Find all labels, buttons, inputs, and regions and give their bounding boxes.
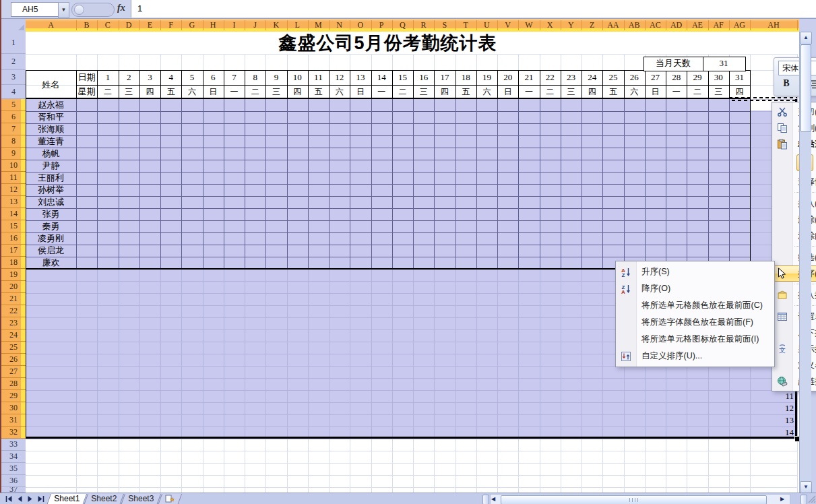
column-header-I[interactable]: I xyxy=(224,19,245,31)
window-resize-grip[interactable] xyxy=(807,495,816,504)
cell-AH30[interactable]: 12 xyxy=(750,402,794,414)
row-header-11[interactable]: 11 xyxy=(1,172,26,184)
scroll-left-button[interactable]: ◀ xyxy=(491,495,499,503)
day-header-2[interactable]: 2 xyxy=(119,70,139,85)
row-header-22[interactable]: 22 xyxy=(1,305,26,317)
column-header-AB[interactable]: AB xyxy=(624,19,645,31)
tab-scroll-next-button[interactable] xyxy=(26,495,36,503)
insert-worksheet-tab[interactable] xyxy=(158,494,182,504)
column-header-G[interactable]: G xyxy=(181,19,202,31)
row-header-24[interactable]: 24 xyxy=(1,329,26,342)
row-header-12[interactable]: 12 xyxy=(1,184,26,196)
day-header-29[interactable]: 29 xyxy=(687,70,708,85)
row-header-13[interactable]: 13 xyxy=(1,196,26,208)
column-header-W[interactable]: W xyxy=(518,19,539,31)
name-cell-7[interactable]: 张海顺 xyxy=(26,123,76,135)
row-header-31[interactable]: 31 xyxy=(1,414,26,427)
column-header-AA[interactable]: AA xyxy=(602,19,623,31)
tab-scroll-prev-button[interactable] xyxy=(15,495,25,503)
formula-input[interactable]: 1 xyxy=(131,0,816,18)
cell-AH29[interactable]: 11 xyxy=(750,390,794,402)
row-header-10[interactable]: 10 xyxy=(1,160,26,172)
row-header-15[interactable]: 15 xyxy=(1,220,26,232)
column-header-AE[interactable]: AE xyxy=(687,19,708,31)
day-header-8[interactable]: 8 xyxy=(245,70,265,85)
row-header-28[interactable]: 28 xyxy=(1,378,26,390)
name-cell-8[interactable]: 董连青 xyxy=(26,135,76,148)
row-header-17[interactable]: 17 xyxy=(1,245,26,257)
sheet-tab-Sheet3[interactable]: Sheet3 xyxy=(121,494,161,504)
name-cell-16[interactable]: 凌勇刚 xyxy=(26,232,76,245)
column-header-N[interactable]: N xyxy=(329,19,350,31)
day-header-14[interactable]: 14 xyxy=(371,70,392,85)
row-header-4[interactable]: 4 xyxy=(1,85,26,99)
column-header-U[interactable]: U xyxy=(476,19,497,31)
column-header-F[interactable]: F xyxy=(160,19,181,31)
day-header-28[interactable]: 28 xyxy=(666,70,687,85)
day-header-25[interactable]: 25 xyxy=(602,70,623,85)
sort-submenu-item[interactable]: 将所选单元格颜色放在最前面(C) xyxy=(616,297,774,314)
row-header-35[interactable]: 35 xyxy=(1,463,26,475)
row-header-37[interactable]: 37 xyxy=(1,487,26,493)
column-header-P[interactable]: P xyxy=(371,19,392,31)
row-header-30[interactable]: 30 xyxy=(1,402,26,414)
bold-button[interactable]: B xyxy=(780,78,792,89)
sort-submenu-item[interactable]: AZ升序(S) xyxy=(616,263,774,280)
name-box-dropdown-icon[interactable]: ▼ xyxy=(58,2,69,18)
column-header-D[interactable]: D xyxy=(119,19,139,31)
row-header-9[interactable]: 9 xyxy=(1,148,26,160)
row-header-18[interactable]: 18 xyxy=(1,257,26,269)
day-header-21[interactable]: 21 xyxy=(518,70,539,85)
row-header-26[interactable]: 26 xyxy=(1,354,26,366)
day-header-6[interactable]: 6 xyxy=(203,70,224,85)
name-cell-13[interactable]: 刘忠诚 xyxy=(26,196,76,208)
name-cell-14[interactable]: 张勇 xyxy=(26,208,76,220)
tab-split-handle-right[interactable] xyxy=(801,495,807,504)
day-header-17[interactable]: 17 xyxy=(434,70,455,85)
row-header-36[interactable]: 36 xyxy=(1,475,26,487)
column-header-T[interactable]: T xyxy=(456,19,476,31)
row-header-7[interactable]: 7 xyxy=(1,123,26,135)
column-header-AC[interactable]: AC xyxy=(645,19,666,31)
insert-function-icon[interactable]: fx xyxy=(117,3,125,13)
row-header-16[interactable]: 16 xyxy=(1,232,26,245)
column-header-L[interactable]: L xyxy=(287,19,308,31)
day-header-23[interactable]: 23 xyxy=(561,70,582,85)
row-header-5[interactable]: 5 xyxy=(1,99,26,111)
row-header-6[interactable]: 6 xyxy=(1,111,26,123)
column-header-Q[interactable]: Q xyxy=(392,19,413,31)
row-header-27[interactable]: 27 xyxy=(1,366,26,378)
row-header-8[interactable]: 8 xyxy=(1,135,26,148)
day-header-13[interactable]: 13 xyxy=(350,70,371,85)
header-date-cell[interactable]: 日期 xyxy=(76,70,97,85)
name-cell-5[interactable]: 赵永福 xyxy=(26,99,76,111)
column-header-A[interactable]: A xyxy=(26,19,76,31)
row-header-23[interactable]: 23 xyxy=(1,317,26,329)
name-cell-9[interactable]: 杨帆 xyxy=(26,148,76,160)
row-header-21[interactable]: 21 xyxy=(1,293,26,305)
column-header-V[interactable]: V xyxy=(497,19,518,31)
day-header-12[interactable]: 12 xyxy=(329,70,350,85)
scroll-up-button[interactable]: ▲ xyxy=(800,32,812,44)
day-header-15[interactable]: 15 xyxy=(392,70,413,85)
tab-scroll-first-button[interactable] xyxy=(5,495,14,503)
column-header-S[interactable]: S xyxy=(434,19,455,31)
horizontal-scrollbar-thumb[interactable] xyxy=(501,495,767,504)
scroll-right-button[interactable]: ▶ xyxy=(780,495,788,503)
name-cell-10[interactable]: 尹静 xyxy=(26,160,76,172)
sort-submenu-item[interactable]: 将所选字体颜色放在最前面(F) xyxy=(616,314,774,331)
name-cell-15[interactable]: 秦勇 xyxy=(26,220,76,232)
row-header-25[interactable]: 25 xyxy=(1,342,26,354)
row-header-1[interactable]: 1 xyxy=(1,32,26,54)
day-header-1[interactable]: 1 xyxy=(97,70,118,85)
day-header-18[interactable]: 18 xyxy=(456,70,476,85)
row-header-32[interactable]: 32 xyxy=(1,427,26,439)
column-header-AF[interactable]: AF xyxy=(708,19,729,31)
name-cell-17[interactable]: 侯启龙 xyxy=(26,245,76,257)
name-cell-12[interactable]: 孙树举 xyxy=(26,184,76,196)
column-header-M[interactable]: M xyxy=(308,19,329,31)
vertical-scrollbar-thumb[interactable] xyxy=(801,44,811,132)
row-header-14[interactable]: 14 xyxy=(1,208,26,220)
row-header-20[interactable]: 20 xyxy=(1,281,26,293)
tab-scroll-last-button[interactable] xyxy=(37,495,46,503)
